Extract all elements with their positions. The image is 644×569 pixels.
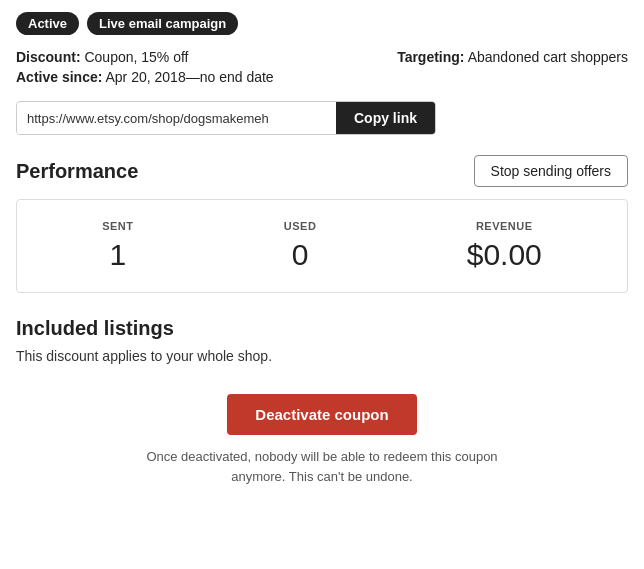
included-listings-section: Included listings This discount applies … xyxy=(16,317,628,364)
copy-link-button[interactable]: Copy link xyxy=(336,102,435,134)
status-badge: Active xyxy=(16,12,79,35)
used-stat: USED 0 xyxy=(284,220,317,272)
sent-value: 1 xyxy=(109,238,126,272)
active-since-value: Apr 20, 2018—no end date xyxy=(106,69,274,85)
included-listings-desc: This discount applies to your whole shop… xyxy=(16,348,628,364)
targeting-info: Targeting: Abandoned cart shoppers xyxy=(397,49,628,85)
active-since-label: Active since: xyxy=(16,69,102,85)
used-label: USED xyxy=(284,220,317,232)
info-left: Discount: Coupon, 15% off Active since: … xyxy=(16,49,274,85)
stop-sending-button[interactable]: Stop sending offers xyxy=(474,155,628,187)
revenue-value: $0.00 xyxy=(467,238,542,272)
discount-label: Discount: xyxy=(16,49,81,65)
type-badge: Live email campaign xyxy=(87,12,238,35)
info-section: Discount: Coupon, 15% off Active since: … xyxy=(16,49,628,85)
deactivate-coupon-button[interactable]: Deactivate coupon xyxy=(227,394,416,435)
badges-row: Active Live email campaign xyxy=(16,12,628,35)
performance-title: Performance xyxy=(16,160,138,183)
discount-value: Coupon, 15% off xyxy=(84,49,188,65)
shop-link-input[interactable] xyxy=(17,103,336,134)
sent-label: SENT xyxy=(102,220,133,232)
targeting-label: Targeting: xyxy=(397,49,464,65)
stats-box: SENT 1 USED 0 REVENUE $0.00 xyxy=(16,199,628,293)
targeting-value: Abandoned cart shoppers xyxy=(468,49,628,65)
performance-header: Performance Stop sending offers xyxy=(16,155,628,187)
included-listings-title: Included listings xyxy=(16,317,628,340)
used-value: 0 xyxy=(292,238,309,272)
active-since-info: Active since: Apr 20, 2018—no end date xyxy=(16,69,274,85)
deactivate-section: Deactivate coupon Once deactivated, nobo… xyxy=(16,394,628,486)
revenue-label: REVENUE xyxy=(476,220,533,232)
deactivate-note: Once deactivated, nobody will be able to… xyxy=(142,447,502,486)
discount-info: Discount: Coupon, 15% off xyxy=(16,49,274,65)
sent-stat: SENT 1 xyxy=(102,220,133,272)
link-row: Copy link xyxy=(16,101,436,135)
revenue-stat: REVENUE $0.00 xyxy=(467,220,542,272)
